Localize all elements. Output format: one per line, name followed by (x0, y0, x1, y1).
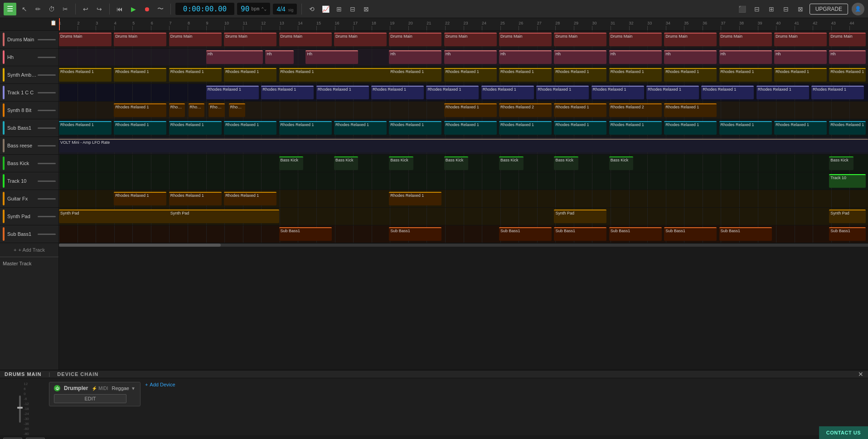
scissors-tool[interactable]: ✂ (60, 4, 71, 15)
horizontal-scrollbar[interactable] (59, 243, 868, 247)
clip-7-5[interactable]: Bass Kick (554, 156, 578, 170)
browser-btn[interactable]: ⊠ (795, 4, 806, 15)
clip-5-12[interactable]: Rhodes Relaxed 1 (719, 121, 772, 135)
add-device-button[interactable]: + Add Device (145, 382, 175, 387)
track-lane-9[interactable]: Rhodes Relaxed 1Rhodes Relaxed 1Rhodes R… (59, 190, 868, 208)
clip-0-12[interactable]: Drums Main (719, 33, 772, 46)
device-power-button[interactable]: ⏻ (54, 385, 60, 391)
track-item-6[interactable]: Bass reese (0, 137, 58, 155)
clip-4-8[interactable]: Rhodes Relaxed 2 (609, 103, 662, 117)
track-lane-5[interactable]: Rhodes Relaxed 1Rhodes Relaxed 1Rhodes R… (59, 119, 868, 137)
clip-2-12[interactable]: Rhodes Relaxed 1 (774, 68, 827, 82)
clip-1-8[interactable]: Hh (609, 50, 662, 64)
clip-3-9[interactable]: Rhodes Relaxed 1 (701, 86, 754, 99)
clip-3-4[interactable]: Rhodes Relaxed 1 (426, 86, 479, 99)
track-item-2[interactable]: Synth Amb Keys (0, 66, 58, 84)
clip-3-11[interactable]: Rhodes Relaxed 1 (811, 86, 864, 99)
clip-3-3[interactable]: Rhodes Relaxed 1 (371, 86, 424, 99)
piano-btn[interactable]: ⊟ (781, 4, 791, 15)
clip-9-1[interactable]: Rhodes Relaxed 1 (169, 192, 222, 205)
clip-0-0[interactable]: Drums Main (59, 33, 112, 46)
clip-2-1[interactable]: Rhodes Relaxed 1 (114, 68, 166, 82)
clip-7-6[interactable]: Bass Kick (609, 156, 634, 170)
clip-1-3[interactable]: Hh (305, 50, 358, 64)
clip-2-0[interactable]: Rhodes Relaxed 1 (59, 68, 112, 82)
clip-5-7[interactable]: Rhodes Relaxed 1 (444, 121, 497, 135)
clip-3-2[interactable]: Rhodes Relaxed 1 (316, 86, 369, 99)
track-lane-10[interactable]: Synth PadSynth PadSynth PadSynth Pad (59, 208, 868, 225)
rewind-button[interactable]: ⏮ (114, 4, 125, 15)
track-item-1[interactable]: Hh (0, 49, 58, 66)
clip-5-3[interactable]: Rhodes Relaxed 1 (224, 121, 276, 135)
clip-3-1[interactable]: Rhodes Relaxed 1 (261, 86, 314, 99)
track-lane-8[interactable]: Track 10 (59, 172, 868, 190)
clip-7-1[interactable]: Bass Kick (334, 156, 359, 170)
clip-0-11[interactable]: Drums Main (664, 33, 717, 46)
clip-11-6[interactable]: Sub Bass1 (719, 227, 772, 241)
clip-2-3[interactable]: Rhodes Relaxed 1 (224, 68, 276, 82)
track-vol-bar-9[interactable] (38, 198, 56, 200)
track-lane-2[interactable]: Rhodes Relaxed 1Rhodes Relaxed 1Rhodes R… (59, 66, 868, 84)
clip-0-3[interactable]: Drums Main (224, 33, 276, 46)
add-track-button[interactable]: + + Add Track (0, 243, 58, 257)
clip-4-6[interactable]: Rhodes Relaxed 2 (499, 103, 552, 117)
clip-0-13[interactable]: Drums Main (774, 33, 827, 46)
clip-11-1[interactable]: Sub Bass1 (389, 227, 441, 241)
clip-2-2[interactable]: Rhodes Relaxed 1 (169, 68, 222, 82)
track-vol-bar-5[interactable] (38, 127, 56, 129)
track-vol-bar-4[interactable] (38, 110, 56, 111)
clip-1-1[interactable] (253, 50, 262, 64)
clip-5-0[interactable]: Rhodes Relaxed 1 (59, 121, 112, 135)
clip-2-7[interactable]: Rhodes Relaxed 1 (499, 68, 552, 82)
clip-1-2[interactable]: Hh (265, 50, 293, 64)
clip-10-1[interactable]: Synth Pad (169, 210, 222, 223)
clip-11-2[interactable]: Sub Bass1 (499, 227, 552, 241)
clip-2-8[interactable]: Rhodes Relaxed 1 (554, 68, 606, 82)
clip-11-4[interactable]: Sub Bass1 (609, 227, 662, 241)
clip-5-6[interactable]: Rhodes Relaxed 1 (389, 121, 441, 135)
clip-1-0[interactable]: Hh (206, 50, 259, 64)
volume-fader[interactable] (19, 395, 21, 423)
track-item-3[interactable]: Track 1 C C (0, 84, 58, 102)
track-lane-7[interactable]: Bass KickBass KickBass KickBass KickBass… (59, 155, 868, 172)
clip-2-13[interactable]: Rhodes Relaxed 1 (829, 68, 865, 82)
track-item-4[interactable]: Synth 8 Bit (0, 102, 58, 119)
clip-0-14[interactable]: Drums Main (829, 33, 865, 46)
clip-1-4[interactable]: Hh (389, 50, 441, 64)
track-vol-bar-0[interactable] (38, 39, 56, 40)
clip-2-6[interactable]: Rhodes Relaxed 1 (444, 68, 497, 82)
clip-10-2[interactable]: Synth Pad (554, 210, 606, 223)
loop-toggle[interactable]: ⟲ (306, 4, 317, 15)
clip-0-10[interactable]: Drums Main (609, 33, 662, 46)
pencil-tool[interactable]: ✏ (33, 4, 44, 15)
track-vol-bar-6[interactable] (38, 145, 56, 146)
bpm-display[interactable]: 90 bpm ⌃⌄ (237, 3, 270, 15)
automation-btn[interactable]: 📈 (320, 4, 331, 15)
clip-1-12[interactable]: Hh (829, 50, 865, 64)
clip-1-7[interactable]: Hh (554, 50, 606, 64)
view-btn[interactable]: ⊟ (347, 4, 358, 15)
monitor-btn[interactable]: ⬛ (737, 4, 748, 15)
clip-7-2[interactable]: Bass Kick (389, 156, 413, 170)
track-vol-bar-3[interactable] (38, 92, 56, 93)
clip-4-9[interactable]: Rhodes Relaxed 1 (664, 103, 717, 117)
menu-button[interactable]: ☰ (4, 3, 16, 15)
clip-11-3[interactable]: Sub Bass1 (554, 227, 606, 241)
clip-5-1[interactable]: Rhodes Relaxed 1 (114, 121, 166, 135)
clip-4-2[interactable]: Rhodes (189, 103, 205, 117)
clip-5-8[interactable]: Rhodes Relaxed 1 (499, 121, 552, 135)
master-track[interactable]: Master Track (0, 257, 58, 269)
scrollbar-thumb[interactable] (59, 244, 221, 247)
track-lane-4[interactable]: Rhodes Relaxed 1RhodesRhodesRhodesRhodes… (59, 102, 868, 119)
clip-4-4[interactable]: Rhodes (229, 103, 245, 117)
clip-5-10[interactable]: Rhodes Relaxed 1 (609, 121, 662, 135)
clip-1-5[interactable]: Hh (444, 50, 497, 64)
clip-5-5[interactable]: Rhodes Relaxed 1 (334, 121, 387, 135)
clip-3-8[interactable]: Rhodes Relaxed 1 (646, 86, 699, 99)
clip-5-11[interactable]: Rhodes Relaxed 1 (664, 121, 717, 135)
record-button[interactable]: ⏺ (141, 4, 152, 15)
mixer-btn[interactable]: ⊟ (752, 4, 762, 15)
device-chain-close[interactable]: ✕ (858, 371, 863, 378)
clip-4-3[interactable]: Rhodes (209, 103, 225, 117)
clip-3-7[interactable]: Rhodes Relaxed 1 (592, 86, 644, 99)
